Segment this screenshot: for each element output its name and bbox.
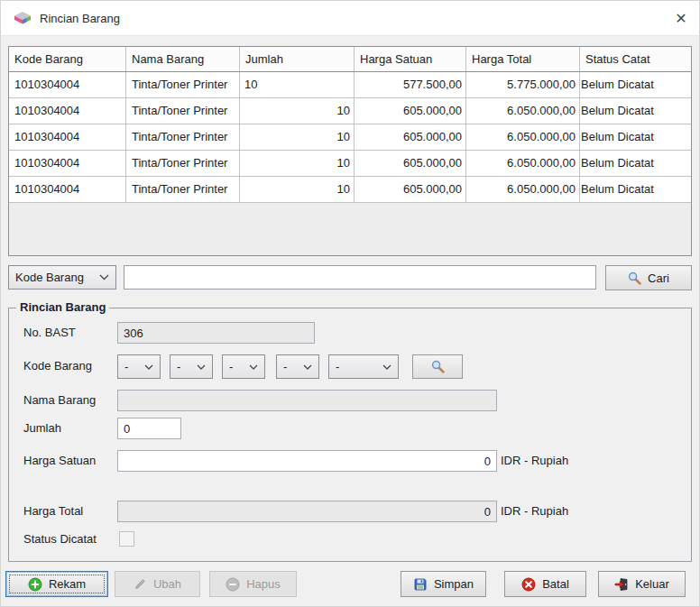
chevron-down-icon: [99, 274, 109, 281]
rekam-button-label: Rekam: [49, 577, 86, 591]
simpan-button[interactable]: Simpan: [401, 571, 486, 597]
ubah-button[interactable]: Ubah: [115, 571, 200, 597]
search-field-selector[interactable]: Kode Barang: [8, 265, 116, 290]
search-input[interactable]: [124, 265, 596, 290]
save-floppy-icon: [413, 577, 428, 592]
remove-circle-icon: [226, 577, 240, 592]
harga-satuan-label: Harga Satuan: [23, 450, 96, 472]
harga-total-label: Harga Total: [23, 501, 83, 522]
cell-status: Belum Dicatat: [580, 98, 691, 124]
no-bast-field: [117, 322, 315, 344]
cell-harga-satuan: 605.000,00: [355, 98, 466, 124]
cell-kode: 1010304004: [9, 177, 126, 202]
kode-segment-5-dropdown[interactable]: -: [328, 354, 399, 379]
kode-barang-label: Kode Barang: [23, 355, 92, 377]
chevron-down-icon: [249, 364, 258, 370]
rincian-barang-groupbox: Rincian Barang No. BAST Kode Barang - - …: [8, 308, 692, 562]
batal-button-label: Batal: [542, 577, 569, 591]
cell-status: Belum Dicatat: [580, 124, 691, 150]
kode-lookup-button[interactable]: [412, 354, 463, 379]
items-table: Kode Barang Nama Barang Jumlah Harga Sat…: [8, 46, 692, 256]
column-header-harga-total[interactable]: Harga Total: [466, 47, 580, 71]
harga-total-currency: IDR - Rupiah: [501, 501, 568, 522]
cell-harga-total: 6.050.000,00: [466, 98, 580, 124]
cell-harga-satuan: 605.000,00: [355, 177, 466, 202]
table-row[interactable]: 1010304004 Tinta/Toner Printer 10 605.00…: [9, 124, 691, 151]
cell-harga-total: 6.050.000,00: [466, 177, 580, 202]
kode-segment-4-value: -: [283, 360, 287, 373]
nama-barang-label: Nama Barang: [23, 390, 96, 411]
jumlah-field[interactable]: [117, 418, 181, 439]
kode-segment-3-dropdown[interactable]: -: [222, 354, 265, 379]
chevron-down-icon: [382, 364, 391, 370]
cell-nama: Tinta/Toner Printer: [126, 124, 240, 150]
cell-harga-satuan: 605.000,00: [355, 124, 466, 150]
status-dicatat-checkbox[interactable]: [119, 531, 134, 547]
cari-button-label: Cari: [648, 271, 669, 285]
nama-barang-field: [117, 390, 497, 411]
hapus-button-label: Hapus: [246, 577, 281, 591]
harga-satuan-currency: IDR - Rupiah: [501, 450, 568, 472]
table-row[interactable]: 1010304004 Tinta/Toner Printer 10 605.00…: [9, 151, 691, 177]
cell-kode: 1010304004: [9, 124, 126, 150]
pencil-icon: [134, 577, 147, 591]
batal-button[interactable]: Batal: [504, 571, 586, 597]
keluar-button[interactable]: Keluar: [598, 571, 686, 597]
cell-nama: Tinta/Toner Printer: [126, 98, 240, 124]
close-button[interactable]: ✕: [667, 5, 695, 32]
cell-nama: Tinta/Toner Printer: [126, 72, 240, 97]
search-field-selector-value: Kode Barang: [15, 271, 84, 284]
cell-kode: 1010304004: [9, 72, 126, 97]
no-bast-label: No. BAST: [23, 322, 76, 344]
jumlah-label: Jumlah: [23, 418, 61, 439]
column-header-harga-satuan[interactable]: Harga Satuan: [355, 47, 466, 71]
column-header-kode-barang[interactable]: Kode Barang: [9, 47, 126, 71]
table-header-row: Kode Barang Nama Barang Jumlah Harga Sat…: [9, 47, 691, 72]
cari-button[interactable]: Cari: [605, 265, 692, 290]
dialog-rincian-barang: Rincian Barang ✕ Kode Barang Nama Barang…: [0, 0, 700, 607]
hapus-button[interactable]: Hapus: [209, 571, 297, 597]
cell-status: Belum Dicatat: [580, 151, 691, 176]
column-header-nama-barang[interactable]: Nama Barang: [126, 47, 240, 71]
ubah-button-label: Ubah: [153, 577, 181, 591]
table-body: 1010304004 Tinta/Toner Printer 10 577.50…: [9, 72, 691, 203]
cell-nama: Tinta/Toner Printer: [126, 151, 240, 176]
close-icon: ✕: [675, 10, 686, 27]
cancel-circle-icon: [521, 577, 536, 592]
cell-harga-satuan: 605.000,00: [355, 151, 466, 176]
keluar-button-label: Keluar: [635, 577, 669, 591]
kode-segment-3-value: -: [229, 360, 233, 373]
kode-segment-5-value: -: [336, 360, 339, 373]
table-row[interactable]: 1010304004 Tinta/Toner Printer 10 605.00…: [9, 177, 691, 203]
chevron-down-icon: [144, 364, 153, 370]
column-header-jumlah[interactable]: Jumlah: [240, 47, 355, 71]
cell-harga-total: 6.050.000,00: [466, 151, 580, 176]
groupbox-title: Rincian Barang: [16, 300, 109, 314]
rekam-button[interactable]: Rekam: [5, 571, 108, 597]
window-title: Rincian Barang: [40, 12, 120, 25]
simpan-button-label: Simpan: [434, 577, 474, 591]
cell-nama: Tinta/Toner Printer: [126, 177, 240, 202]
kode-segment-4-dropdown[interactable]: -: [276, 354, 319, 379]
search-bar: Kode Barang Cari: [1, 265, 700, 290]
search-icon: [628, 271, 641, 285]
cell-jumlah: 10: [240, 124, 355, 150]
app-icon: [14, 11, 32, 26]
cell-jumlah: 10: [240, 98, 355, 124]
cell-harga-total: 5.775.000,00: [466, 72, 580, 97]
add-circle-icon: [28, 577, 42, 592]
cell-kode: 1010304004: [9, 151, 126, 176]
cell-status: Belum Dicatat: [580, 177, 691, 202]
kode-segment-2-dropdown[interactable]: -: [170, 354, 213, 379]
table-row[interactable]: 1010304004 Tinta/Toner Printer 10 577.50…: [9, 72, 691, 98]
harga-satuan-field[interactable]: [117, 450, 497, 472]
search-icon: [431, 360, 445, 373]
kode-segment-1-dropdown[interactable]: -: [117, 354, 161, 379]
column-header-status-catat[interactable]: Status Catat: [580, 47, 691, 71]
exit-door-icon: [614, 577, 629, 592]
cell-jumlah: 10: [240, 177, 355, 202]
chevron-down-icon: [197, 364, 206, 370]
cell-status: Belum Dicatat: [580, 72, 691, 97]
table-row[interactable]: 1010304004 Tinta/Toner Printer 10 605.00…: [9, 98, 691, 124]
chevron-down-icon: [303, 364, 312, 370]
